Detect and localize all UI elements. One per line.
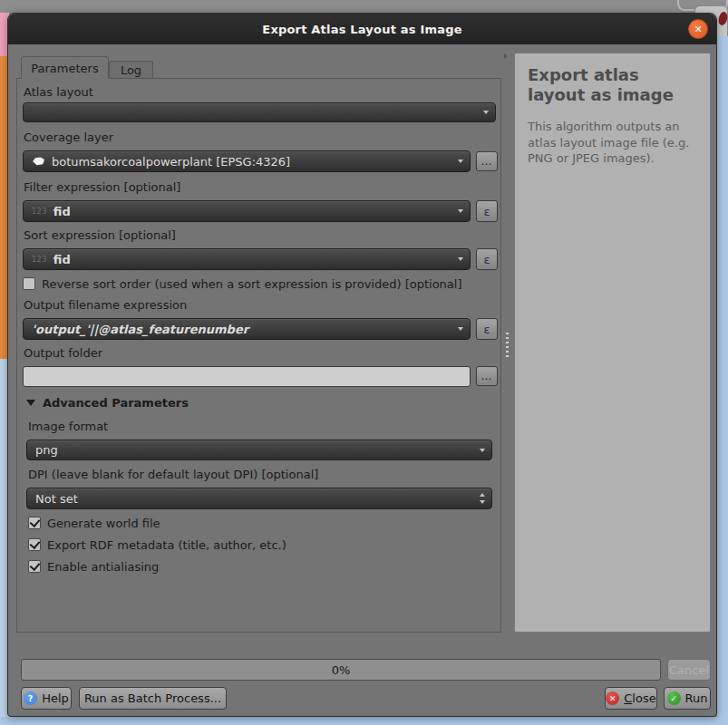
enable-antialiasing-checkbox[interactable] <box>28 560 41 573</box>
chevron-down-icon <box>480 449 485 452</box>
chevron-down-icon <box>483 111 489 114</box>
dialog-title: Export Atlas Layout as Image <box>262 23 461 36</box>
ellipsis-icon: … <box>481 155 493 168</box>
chevron-down-icon <box>458 327 463 331</box>
close-button[interactable]: ✕ Close <box>605 687 657 710</box>
export-rdf-label: Export RDF metadata (title, author, etc.… <box>47 538 286 552</box>
epsilon-expression-icon: ε <box>483 205 490 218</box>
output-folder-browse-button[interactable]: … <box>476 366 498 386</box>
sort-expression-value: fid <box>53 253 71 266</box>
enable-antialiasing-label: Enable antialiasing <box>47 560 159 574</box>
numeric-field-icon: 123 <box>32 256 47 264</box>
chevron-down-icon <box>458 160 463 163</box>
output-folder-label: Output folder <box>24 346 102 360</box>
cancel-button-label: Cancel <box>669 663 709 677</box>
run-button-label: Run <box>685 691 708 705</box>
epsilon-expression-icon: ε <box>483 253 490 266</box>
export-atlas-dialog: Export Atlas Layout as Image ✕ Parameter… <box>7 13 717 717</box>
close-icon: ✕ <box>694 24 702 35</box>
output-filename-value: 'output_'||@atlas_featurenumber <box>32 323 248 336</box>
output-filename-builder-button[interactable]: ε <box>476 318 498 340</box>
tab-log[interactable]: Log <box>109 61 153 79</box>
atlas-layout-label: Atlas layout <box>24 85 93 99</box>
dpi-spinbox[interactable]: Not set <box>26 488 492 509</box>
spin-down-icon[interactable] <box>480 500 485 504</box>
desktop-background: Export Atlas Layout as Image ✕ Parameter… <box>0 0 728 725</box>
help-panel-title: Export atlas layout as image <box>528 65 697 104</box>
polygon-layer-icon <box>32 157 45 166</box>
progress-value: 0% <box>332 663 351 677</box>
output-folder-input[interactable] <box>23 366 471 387</box>
generate-world-file-checkbox[interactable] <box>28 517 41 529</box>
sort-expression-builder-button[interactable]: ε <box>476 248 498 270</box>
coverage-layer-label: Coverage layer <box>24 130 113 144</box>
progress-bar: 0% <box>21 659 661 681</box>
dialog-titlebar[interactable]: Export Atlas Layout as Image ✕ <box>8 14 716 44</box>
image-format-select[interactable]: png <box>26 440 492 460</box>
sort-expression-label: Sort expression [optional] <box>24 228 176 242</box>
image-format-label: Image format <box>28 420 108 433</box>
dpi-label: DPI (leave blank for default layout DPI)… <box>28 468 318 481</box>
sort-expression-select[interactable]: 123 fid <box>23 248 471 270</box>
coverage-layer-browse-button[interactable]: … <box>476 151 498 171</box>
filter-expression-builder-button[interactable]: ε <box>476 200 498 222</box>
cancel-button[interactable]: Cancel <box>667 659 711 681</box>
output-filename-label: Output filename expression <box>24 298 187 312</box>
ellipsis-icon: … <box>481 370 493 382</box>
tab-log-label: Log <box>121 63 141 77</box>
advanced-parameters-header[interactable]: Advanced Parameters <box>43 396 189 410</box>
atlas-layout-select[interactable] <box>23 102 496 122</box>
spin-up-icon[interactable] <box>480 493 485 497</box>
output-filename-select[interactable]: 'output_'||@atlas_featurenumber <box>23 318 471 340</box>
epsilon-expression-icon: ε <box>483 323 490 336</box>
tab-parameters-label: Parameters <box>31 62 98 75</box>
tab-parameters[interactable]: Parameters <box>21 56 109 79</box>
coverage-layer-select[interactable]: botumsakorcoalpowerplant [EPSG:4326] <box>23 150 471 172</box>
numeric-field-icon: 123 <box>32 208 47 216</box>
run-button[interactable]: ✓ Run <box>664 687 711 710</box>
chevron-down-icon <box>458 209 463 213</box>
help-button-label: Help <box>42 691 69 705</box>
help-button[interactable]: ? Help <box>21 687 72 710</box>
filter-expression-value: fid <box>53 205 71 218</box>
parameters-panel: Atlas layout Coverage layer botumsakorco… <box>16 78 501 633</box>
help-panel-description: This algorithm outputs an atlas layout i… <box>528 119 697 167</box>
window-close-button[interactable]: ✕ <box>688 19 708 39</box>
close-icon: ✕ <box>606 691 619 705</box>
export-rdf-checkbox[interactable] <box>28 538 41 551</box>
reverse-sort-checkbox[interactable] <box>23 277 35 290</box>
run-as-batch-button[interactable]: Run as Batch Process... <box>79 687 227 710</box>
background-blue-bottom-strip <box>0 717 728 725</box>
run-as-batch-label: Run as Batch Process... <box>84 691 221 705</box>
splitter-collapse-icon[interactable]: › <box>503 50 507 62</box>
background-blue-right-strip <box>717 36 728 725</box>
splitter-handle[interactable] <box>506 333 509 358</box>
reverse-sort-label: Reverse sort order (used when a sort exp… <box>42 277 461 291</box>
help-icon: ? <box>24 691 37 705</box>
collapse-arrow-icon[interactable] <box>26 400 35 406</box>
coverage-layer-value: botumsakorcoalpowerplant [EPSG:4326] <box>52 155 290 169</box>
chevron-down-icon <box>458 257 463 261</box>
image-format-value: png <box>35 443 58 457</box>
run-icon: ✓ <box>667 691 681 705</box>
close-button-label: Close <box>624 691 655 705</box>
filter-expression-label: Filter expression [optional] <box>24 180 180 194</box>
generate-world-file-label: Generate world file <box>47 517 160 530</box>
filter-expression-select[interactable]: 123 fid <box>23 200 471 222</box>
help-panel: Export atlas layout as image This algori… <box>514 53 711 633</box>
dpi-value: Not set <box>35 492 78 506</box>
